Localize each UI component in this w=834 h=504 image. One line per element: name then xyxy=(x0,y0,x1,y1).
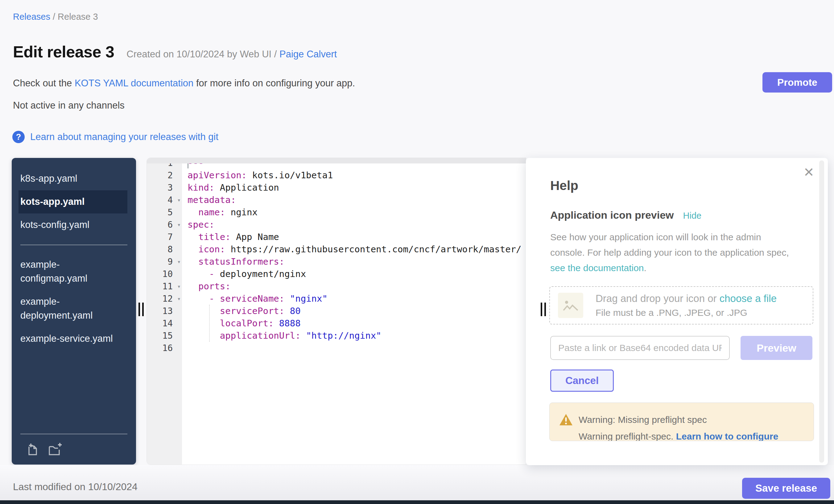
resize-grip-bar xyxy=(138,303,140,316)
cancel-button[interactable]: Cancel xyxy=(550,370,614,392)
code-line: 7 title: App Name xyxy=(147,231,526,243)
code-line: 9▾ statusInformers: xyxy=(147,256,526,268)
close-icon[interactable]: ✕ xyxy=(804,166,814,179)
resize-grip-bar xyxy=(541,303,542,316)
icon-preview-section-title: Application icon preview xyxy=(550,209,674,221)
description-text: See how your application icon will look … xyxy=(550,232,789,258)
git-help-row: ? Learn about managing your releases wit… xyxy=(12,131,218,143)
sidebar-footer xyxy=(12,434,136,464)
file-item-k8s-app.yaml[interactable]: k8s-app.yaml xyxy=(19,167,127,190)
created-text: Created on 10/10/2024 by Web UI / xyxy=(127,49,280,60)
help-panel-title: Help xyxy=(550,178,578,193)
dropzone-text-prefix: Drag and drop your icon or xyxy=(596,293,720,304)
file-sidebar: k8s-app.yamlkots-app.yamlkots-config.yam… xyxy=(12,158,136,464)
line-number: 6▾ xyxy=(147,218,182,231)
line-number: 1 xyxy=(147,163,182,169)
warning-triangle-icon xyxy=(559,413,573,428)
window-bottom-edge xyxy=(0,500,834,504)
code-line: 2apiVersion: kots.io/v1beta1 xyxy=(147,169,526,181)
last-modified-text: Last modified on 10/10/2024 xyxy=(13,481,137,492)
learn-configure-link[interactable]: Learn how to configure xyxy=(676,431,778,441)
line-number: 8 xyxy=(147,243,182,256)
line-number: 4▾ xyxy=(147,194,182,206)
file-item-kots-app.yaml[interactable]: kots-app.yaml xyxy=(19,190,127,214)
code-text: - deployment/nginx xyxy=(182,269,306,279)
code-line: 6▾spec: xyxy=(147,218,526,231)
line-number: 12▾ xyxy=(147,292,182,305)
help-resize-handle[interactable] xyxy=(541,303,546,316)
code-line: 5 name: nginx xyxy=(147,206,526,218)
add-folder-icon[interactable] xyxy=(47,442,63,457)
line-number: 11▾ xyxy=(147,280,182,292)
author-link[interactable]: Paige Calvert xyxy=(280,49,337,60)
code-line: 3kind: Application xyxy=(147,181,526,194)
code-text: ports: xyxy=(182,281,231,291)
icon-dropzone[interactable]: Drag and drop your icon or choose a file… xyxy=(549,286,813,325)
code-text: applicationUrl: "http://nginx" xyxy=(182,330,381,341)
breadcrumb-releases-link[interactable]: Releases xyxy=(13,12,50,22)
file-item-example-service.yaml[interactable]: example-service.yaml xyxy=(19,327,127,350)
help-scrollbar[interactable] xyxy=(819,160,824,463)
warning-title: Warning: Missing preflight spec xyxy=(578,415,707,425)
icon-url-input[interactable] xyxy=(550,336,730,360)
warning-detail: Warning preflight-spec. Learn how to con… xyxy=(578,431,778,441)
line-number: 13 xyxy=(147,305,182,317)
add-file-icon[interactable] xyxy=(25,442,40,457)
dropzone-text: Drag and drop your icon or choose a file xyxy=(596,293,777,304)
warning-detail-text: Warning preflight-spec. xyxy=(578,431,676,441)
image-placeholder-icon xyxy=(558,293,583,318)
file-item-example-deployment.yaml[interactable]: example-deployment.yaml xyxy=(19,290,127,327)
code-text: metadata: xyxy=(182,195,236,205)
file-item-kots-config.yaml[interactable]: kots-config.yaml xyxy=(19,214,127,237)
indent-guide xyxy=(209,305,210,342)
line-number: 10 xyxy=(147,268,182,280)
editor-body[interactable]: 1---2apiVersion: kots.io/v1beta13kind: A… xyxy=(147,163,526,464)
see-documentation-link[interactable]: see the documentation xyxy=(550,263,644,273)
text-cursor xyxy=(188,163,189,169)
yaml-editor[interactable]: 1---2apiVersion: kots.io/v1beta13kind: A… xyxy=(147,158,526,464)
code-line: 12▾ - serviceName: "nginx" xyxy=(147,292,526,305)
resize-grip-bar xyxy=(544,303,546,316)
kots-docs-link[interactable]: KOTS YAML documentation xyxy=(75,78,193,89)
hide-link[interactable]: Hide xyxy=(683,211,702,221)
preview-button[interactable]: Preview xyxy=(741,336,812,360)
title-row: Edit release 3 Created on 10/10/2024 by … xyxy=(13,43,337,61)
line-number: 7 xyxy=(147,231,182,243)
fold-caret-icon[interactable]: ▾ xyxy=(177,258,181,265)
promote-button[interactable]: Promote xyxy=(763,72,832,92)
git-releases-link[interactable]: Learn about managing your releases with … xyxy=(30,131,218,143)
description-period: . xyxy=(644,263,646,273)
preflight-warning: Warning: Missing preflight spec Warning … xyxy=(549,402,814,441)
code-line: 13 servicePort: 80 xyxy=(147,305,526,317)
breadcrumb: Releases / Release 3 xyxy=(13,12,98,22)
sidebar-resize-handle[interactable] xyxy=(138,303,144,316)
fold-caret-icon[interactable]: ▾ xyxy=(177,196,181,203)
line-number: 16 xyxy=(147,342,182,354)
code-text: name: nginx xyxy=(182,207,258,217)
code-text: kind: Application xyxy=(182,182,279,193)
save-release-button[interactable]: Save release xyxy=(742,478,830,499)
file-item-example-configmap.yaml[interactable]: example-configmap.yaml xyxy=(19,253,127,290)
code-text: apiVersion: kots.io/v1beta1 xyxy=(182,170,333,180)
code-rows: 1---2apiVersion: kots.io/v1beta13kind: A… xyxy=(147,163,526,354)
channel-status: Not active in any channels xyxy=(13,100,125,111)
file-list: k8s-app.yamlkots-app.yamlkots-config.yam… xyxy=(12,158,136,350)
edit-release-page: Releases / Release 3 Edit release 3 Crea… xyxy=(0,0,834,504)
code-line: 15 applicationUrl: "http://nginx" xyxy=(147,329,526,342)
question-circle-icon: ? xyxy=(12,131,25,143)
fold-caret-icon[interactable]: ▾ xyxy=(177,283,181,290)
created-info: Created on 10/10/2024 by Web UI / Paige … xyxy=(127,49,337,60)
code-text: --- xyxy=(182,163,203,168)
code-line: 11▾ ports: xyxy=(147,280,526,292)
page-title: Edit release 3 xyxy=(13,43,114,61)
code-text: servicePort: 80 xyxy=(182,306,301,316)
editor-horizontal-scrollbar[interactable] xyxy=(147,158,526,163)
code-text: spec: xyxy=(182,219,214,230)
code-line: 1--- xyxy=(147,163,526,169)
choose-file-link[interactable]: choose a file xyxy=(720,293,777,304)
line-number: 2 xyxy=(147,169,182,181)
fold-caret-icon[interactable]: ▾ xyxy=(177,221,181,228)
fold-caret-icon[interactable]: ▾ xyxy=(177,295,181,302)
code-text: localPort: 8888 xyxy=(182,318,301,328)
code-text: statusInformers: xyxy=(182,256,284,267)
